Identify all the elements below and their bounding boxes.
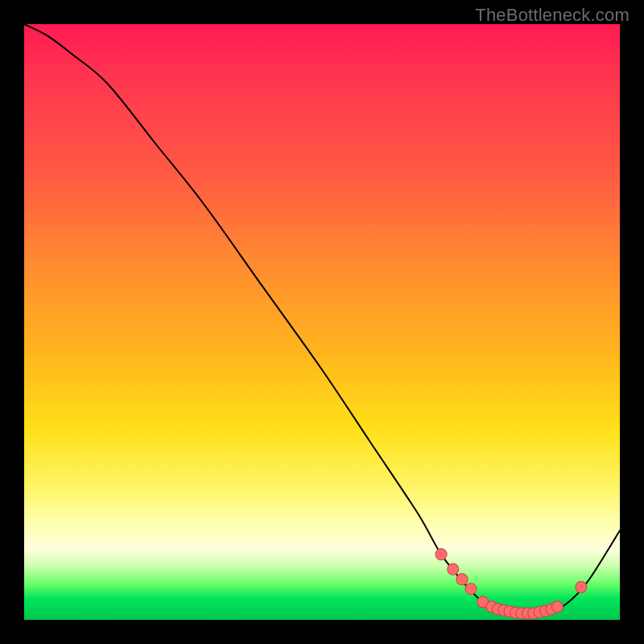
curve-svg	[24, 24, 620, 620]
data-marker	[465, 584, 477, 595]
data-marker	[456, 574, 468, 585]
data-marker	[551, 601, 563, 613]
plot-area	[24, 24, 620, 620]
bottleneck-curve	[24, 24, 620, 614]
data-marker	[448, 564, 459, 575]
data-marker	[576, 581, 587, 592]
markers-group	[436, 549, 587, 619]
data-marker	[436, 549, 447, 560]
watermark-text: TheBottleneck.com	[475, 5, 630, 26]
chart-frame: TheBottleneck.com	[0, 0, 644, 644]
